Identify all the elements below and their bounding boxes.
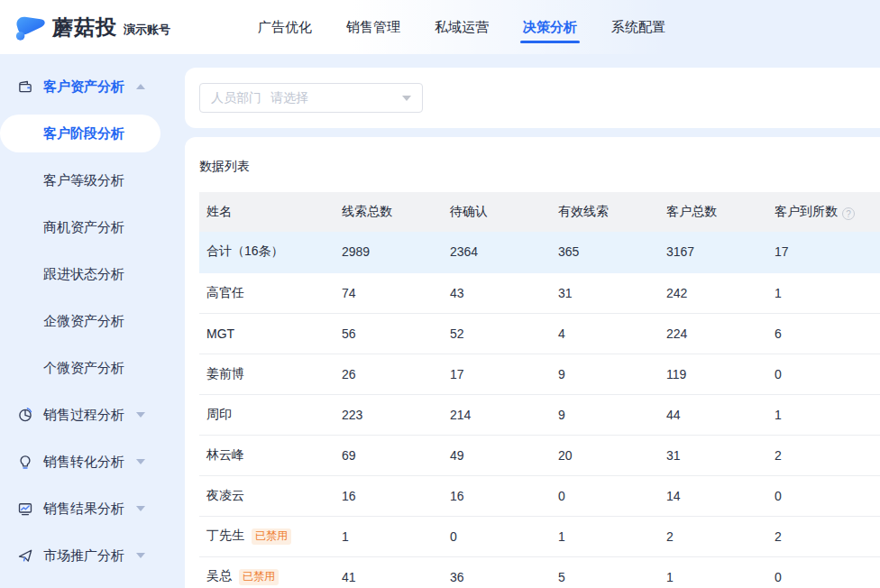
value-cell: 74	[335, 272, 443, 313]
column-header-1: 线索总数	[335, 192, 443, 232]
sidebar-group-3[interactable]: 销售结果分析	[0, 485, 180, 532]
nav-tab-2[interactable]: 私域运营	[417, 0, 506, 54]
value-cell: 1	[767, 394, 880, 435]
name-cell: 高官任	[199, 272, 335, 313]
column-header-0: 姓名	[199, 192, 335, 232]
person-name: MGT	[206, 326, 234, 341]
sidebar-group-0[interactable]: 客户资产分析	[0, 63, 180, 110]
table-row: 姜前博261791190	[199, 354, 880, 394]
name-cell: 姜前博	[199, 354, 335, 394]
department-select[interactable]: 人员部门 请选择	[199, 83, 423, 113]
sidebar-item-0-4[interactable]: 企微资产分析	[0, 298, 180, 345]
value-cell: 0	[551, 475, 659, 516]
data-list-title: 数据列表	[199, 159, 880, 175]
chevron-down-icon	[136, 459, 145, 464]
sidebar-item-0-2[interactable]: 商机资产分析	[0, 204, 180, 251]
name-cell: 合计（16条）	[199, 232, 335, 272]
chevron-down-icon	[402, 96, 411, 101]
value-cell: 5	[551, 556, 659, 588]
nav-tab-0[interactable]: 广告优化	[241, 0, 329, 54]
chevron-down-icon	[136, 412, 145, 418]
person-name: 合计（16条）	[206, 243, 284, 258]
name-cell: MGT	[199, 313, 335, 354]
value-cell: 6	[767, 313, 880, 354]
select-placeholder: 请选择	[270, 90, 308, 106]
data-table: 姓名线索总数待确认有效线索客户总数客户到所数? 合计（16条）298923643…	[199, 192, 880, 588]
sidebar-group-label: 客户资产分析	[43, 78, 124, 96]
table-row: 丁先生已禁用10122	[199, 516, 880, 556]
value-cell: 365	[551, 232, 659, 272]
person-name: 丁先生	[206, 528, 244, 542]
column-header-5: 客户到所数?	[767, 192, 880, 232]
value-cell: 44	[659, 394, 767, 435]
chevron-down-icon	[136, 506, 145, 511]
person-name: 夜凌云	[206, 488, 244, 502]
value-cell: 0	[767, 556, 880, 588]
value-cell: 17	[767, 232, 880, 272]
name-cell: 夜凌云	[199, 475, 335, 516]
nav-tab-4[interactable]: 系统配置	[594, 0, 683, 54]
value-cell: 1	[551, 516, 659, 556]
sidebar-group-label: 销售转化分析	[43, 454, 124, 471]
name-cell: 周印	[199, 394, 335, 435]
value-cell: 14	[659, 475, 767, 516]
person-name: 高官任	[206, 285, 244, 299]
value-cell: 9	[551, 354, 659, 394]
value-cell: 0	[443, 516, 551, 556]
column-header-label: 客户总数	[666, 204, 717, 218]
person-name: 周印	[206, 407, 232, 421]
select-label: 人员部门	[211, 90, 261, 106]
value-cell: 3167	[659, 232, 767, 272]
value-cell: 16	[443, 475, 551, 516]
person-name: 林云峰	[206, 447, 244, 462]
value-cell: 4	[551, 313, 659, 354]
lightbulb-icon	[17, 454, 33, 470]
send-icon	[17, 547, 33, 564]
app-name: 蘑菇投	[52, 14, 117, 41]
value-cell: 36	[443, 556, 551, 588]
summary-row: 合计（16条）29892364365316717	[199, 232, 880, 272]
nav-tab-1[interactable]: 销售管理	[329, 0, 417, 54]
value-cell: 41	[335, 556, 443, 588]
sidebar-group-2[interactable]: 销售转化分析	[0, 438, 180, 485]
value-cell: 2989	[335, 232, 443, 272]
sidebar-group-1[interactable]: 销售过程分析	[0, 391, 180, 438]
chevron-up-icon	[136, 84, 145, 89]
table-row: 高官任7443312421	[199, 272, 880, 313]
table-row: 吴总已禁用4136510	[199, 556, 880, 588]
value-cell: 20	[551, 435, 659, 475]
sidebar-item-0-3[interactable]: 跟进状态分析	[0, 251, 180, 298]
name-cell: 林云峰	[199, 435, 335, 475]
value-cell: 2	[767, 435, 880, 475]
sidebar-item-0-5[interactable]: 个微资产分析	[0, 345, 180, 391]
value-cell: 9	[551, 394, 659, 435]
value-cell: 16	[335, 475, 443, 516]
table-header-row: 姓名线索总数待确认有效线索客户总数客户到所数?	[199, 192, 880, 232]
table-row: 林云峰694920312	[199, 435, 880, 475]
value-cell: 43	[443, 272, 551, 313]
value-cell: 224	[659, 313, 767, 354]
sidebar-item-0-1[interactable]: 客户等级分析	[0, 157, 180, 204]
value-cell: 119	[659, 354, 767, 394]
table-row: 夜凌云16160140	[199, 475, 880, 516]
value-cell: 1	[659, 556, 767, 588]
value-cell: 31	[659, 435, 767, 475]
app-logo[interactable]: 蘑菇投 演示账号	[0, 13, 170, 41]
name-cell: 吴总已禁用	[199, 556, 335, 588]
sidebar-item-0-0[interactable]: 客户阶段分析	[0, 115, 160, 152]
nav-tab-3[interactable]: 决策分析	[506, 0, 594, 54]
pie-chart-icon	[17, 407, 33, 423]
top-navigation-bar: 蘑菇投 演示账号 广告优化销售管理私域运营决策分析系统配置	[0, 0, 880, 54]
table-row: MGT565242246	[199, 313, 880, 354]
value-cell: 1	[335, 516, 443, 556]
sidebar-group-4[interactable]: 市场推广分析	[0, 532, 180, 579]
value-cell: 56	[335, 313, 443, 354]
value-cell: 26	[335, 354, 443, 394]
value-cell: 17	[443, 354, 551, 394]
value-cell: 0	[767, 354, 880, 394]
sidebar-group-label: 销售结果分析	[43, 501, 124, 518]
help-question-icon[interactable]: ?	[842, 207, 855, 220]
value-cell: 2364	[443, 232, 551, 272]
disabled-status-badge: 已禁用	[239, 569, 279, 584]
sidebar-group-label: 市场推广分析	[43, 547, 124, 565]
